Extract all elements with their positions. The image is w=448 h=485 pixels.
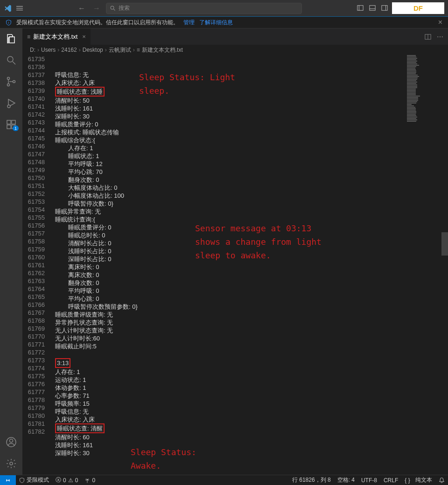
file-lines-icon: ≡: [27, 34, 30, 40]
radio-tower-icon: [84, 478, 90, 483]
nav-back-icon[interactable]: ←: [76, 3, 87, 14]
source-control-icon[interactable]: [6, 76, 17, 87]
svg-point-18: [87, 479, 88, 480]
svg-rect-1: [357, 6, 363, 11]
more-actions-icon[interactable]: ⋯: [437, 33, 443, 41]
annotation-2: Sensor message at 03:13 shows a change f…: [195, 222, 322, 262]
svg-point-16: [10, 462, 13, 465]
learn-more-link[interactable]: 了解详细信息: [199, 19, 233, 27]
search-input[interactable]: 搜索: [106, 3, 302, 14]
nav-forward-icon[interactable]: →: [91, 3, 102, 14]
file-lines-icon: ≡: [137, 47, 140, 53]
layout-panel-left-icon[interactable]: [355, 2, 366, 14]
close-icon[interactable]: ×: [438, 18, 442, 27]
search-placeholder: 搜索: [119, 4, 130, 12]
line-number-gutter: 6173561736617376173861739617406174161742…: [22, 55, 53, 475]
df-badge: DF: [392, 2, 444, 14]
encoding-status[interactable]: UTF-8: [358, 476, 380, 484]
problems-status[interactable]: ⓧ0 ⚠0: [52, 476, 81, 484]
activity-bar: 1: [0, 28, 22, 475]
code-content[interactable]: 呼吸信息: 无入床状态: 入床睡眠状态查: 浅睡清醒时长: 50浅睡时长: 16…: [53, 55, 406, 475]
title-bar: ← → 搜索 DF: [0, 0, 448, 16]
vscode-icon: [4, 4, 12, 13]
cursor-position[interactable]: 行 61826，列 8: [289, 476, 334, 484]
tab-close-icon[interactable]: ×: [82, 33, 86, 40]
remote-icon[interactable]: [0, 475, 16, 485]
layout-panel-right-icon[interactable]: [379, 2, 390, 14]
status-bar: 受限模式 ⓧ0 ⚠0 0 行 61826，列 8 空格: 4 UTF-8 CRL…: [0, 475, 448, 485]
indentation-status[interactable]: 空格: 4: [334, 476, 358, 484]
menu-icon[interactable]: [16, 5, 23, 12]
svg-rect-13: [12, 120, 15, 124]
trust-message: 受限模式旨在实现安全地浏览代码。信任此窗口以启用所有功能。: [16, 19, 179, 27]
search-icon: [110, 6, 116, 11]
notifications-icon[interactable]: [435, 476, 448, 484]
settings-gear-icon[interactable]: [6, 458, 17, 469]
ports-status[interactable]: 0: [81, 477, 98, 484]
svg-point-7: [7, 84, 10, 86]
explorer-icon[interactable]: [6, 33, 17, 44]
scrollbar-thumb[interactable]: [441, 232, 448, 256]
split-editor-icon[interactable]: [425, 34, 431, 40]
svg-point-4: [8, 21, 9, 22]
search-sidebar-icon[interactable]: [6, 55, 17, 66]
annotation-3: Sleep Status: Awake.: [131, 446, 196, 473]
accounts-icon[interactable]: [6, 436, 17, 448]
svg-point-5: [7, 56, 13, 62]
svg-point-15: [10, 439, 13, 443]
restricted-mode-banner: 受限模式旨在实现安全地浏览代码。信任此窗口以启用所有功能。 管理 了解详细信息 …: [0, 16, 448, 28]
svg-rect-10: [7, 120, 11, 124]
svg-rect-3: [382, 6, 387, 11]
extensions-icon[interactable]: 1: [6, 119, 17, 130]
error-icon: ⓧ: [56, 476, 61, 484]
annotation-1: Sleep Status: Light sleep.: [139, 71, 235, 98]
warning-icon: ⚠: [68, 477, 73, 484]
minimap[interactable]: [406, 55, 448, 475]
shield-icon: [19, 478, 25, 483]
scrollbar[interactable]: [441, 55, 448, 475]
editor[interactable]: 6173561736617376173861739617406174161742…: [22, 55, 448, 475]
editor-tabs: ≡ 新建文本文档.txt × ⋯: [22, 28, 448, 45]
language-mode[interactable]: { } 纯文本: [401, 476, 435, 484]
tab-filename: 新建文本文档.txt: [33, 33, 77, 41]
restricted-mode-status[interactable]: 受限模式: [16, 476, 52, 484]
svg-point-0: [111, 6, 114, 9]
svg-rect-11: [7, 125, 11, 129]
svg-point-8: [13, 81, 15, 83]
svg-rect-2: [370, 6, 375, 11]
breadcrumbs[interactable]: D:› Users› 24162› Desktop› 云帆测试› ≡ 新建文本文…: [22, 45, 448, 55]
run-debug-icon[interactable]: [6, 97, 17, 109]
braces-icon: { }: [405, 477, 410, 484]
shield-icon: [6, 20, 12, 26]
svg-point-9: [7, 105, 10, 108]
tab-file[interactable]: ≡ 新建文本文档.txt ×: [22, 28, 91, 45]
svg-point-6: [7, 77, 10, 80]
eol-status[interactable]: CRLF: [380, 476, 401, 484]
manage-trust-link[interactable]: 管理: [183, 19, 195, 27]
layout-panel-bottom-icon[interactable]: [367, 2, 378, 14]
